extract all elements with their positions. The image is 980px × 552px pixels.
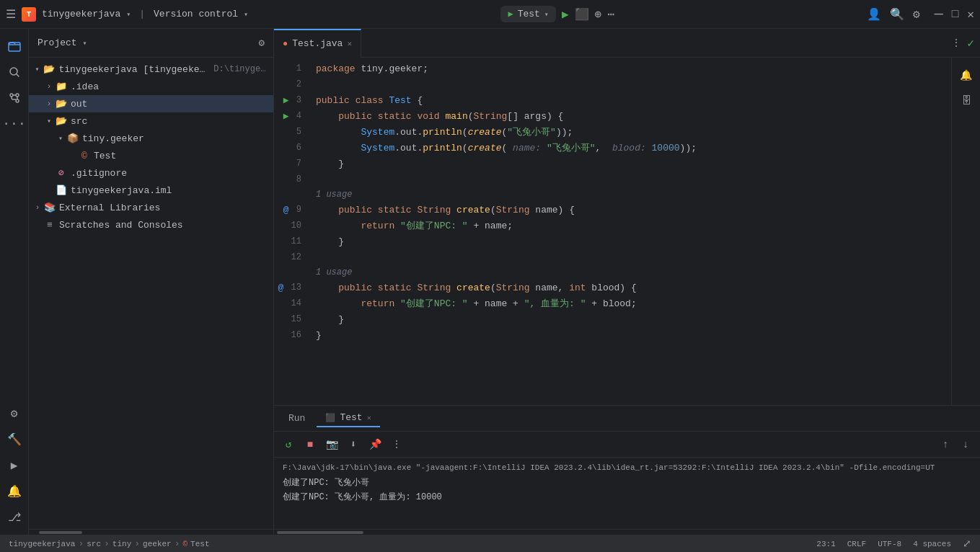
tree-item-idea[interactable]: › 📁 .idea <box>29 78 273 95</box>
bottom-scrollbar[interactable] <box>274 529 980 535</box>
sidebar-icon-git[interactable]: ⎇ <box>3 506 26 529</box>
tree-label-out: out <box>71 99 87 110</box>
menu-icon[interactable]: ☰ <box>6 7 16 22</box>
sidebar-icon-notifications[interactable]: 🔔 <box>3 480 26 503</box>
version-control-dropdown-icon[interactable]: ▾ <box>244 10 248 19</box>
indent[interactable]: 4 spaces <box>913 540 951 548</box>
pin-button[interactable]: 📌 <box>366 436 384 453</box>
encoding[interactable]: UTF-8 <box>878 540 901 548</box>
tree-item-external[interactable]: › 📚 External Libraries <box>29 199 273 216</box>
maximize-button[interactable]: □ <box>952 8 959 21</box>
scroll-to-end-button[interactable]: ⬇ <box>345 436 362 453</box>
tree-item-iml[interactable]: › 📄 tinygeekerjava.iml <box>29 182 273 199</box>
run-tab-label: Run <box>288 413 305 424</box>
right-icon-database[interactable]: 🗄 <box>955 89 978 112</box>
close-button[interactable]: ✕ <box>967 7 974 22</box>
coverage-button[interactable]: ⊕ <box>595 7 602 22</box>
cursor-position[interactable]: 23:1 <box>816 540 835 548</box>
more-run-options[interactable]: ⋯ <box>607 7 614 22</box>
breadcrumb-src[interactable]: src <box>87 540 101 548</box>
title-bar-center: ▶ Test ▾ ▶ ⬛ ⊕ ⋯ <box>254 6 861 22</box>
kw-package: package <box>316 63 356 74</box>
run-button[interactable]: ▶ <box>562 7 569 22</box>
run-config-dropdown-icon[interactable]: ▾ <box>544 10 549 19</box>
tree-item-test-class[interactable]: › © Test <box>29 147 273 164</box>
tree-item-root[interactable]: ▾ 📂 tinygeekerjava [tinygeekerjava] D:\t… <box>29 61 273 78</box>
settings-icon[interactable]: ⚙ <box>913 7 920 22</box>
code-line-10: return "创建了NPC: " + name; <box>310 218 951 233</box>
gitignore-icon: ⊘ <box>55 166 68 179</box>
breadcrumb-tiny[interactable]: tiny <box>112 540 131 548</box>
sidebar-icon-build[interactable]: 🔨 <box>3 428 26 451</box>
bottom-tab-test[interactable]: ⬛ Test ✕ <box>317 409 379 427</box>
expand-editor-icon[interactable]: ⤢ <box>963 538 971 550</box>
bottom-panel: Run ⬛ Test ✕ ↺ ■ 📷 ⬇ 📌 ⋮ ↑ ↓ <box>274 405 980 535</box>
test-tab-close[interactable]: ✕ <box>367 414 371 422</box>
main-layout: ··· ⚙ 🔨 ▶ 🔔 ⎇ Project ▾ ⚙ ▾ 📂 tinygeeker… <box>0 29 980 535</box>
tab-close-button[interactable]: ✕ <box>347 39 352 48</box>
right-icon-notifications[interactable]: 🔔 <box>955 63 978 86</box>
code-line-4: public static void main ( String [] args… <box>310 108 951 124</box>
status-bar: tinygeekerjava › src › tiny › geeker › ©… <box>0 535 980 552</box>
code-line-9: public static String create ( String nam… <box>310 202 951 218</box>
tree-arrow-external: › <box>32 204 43 212</box>
tree-item-src[interactable]: ▾ 📂 src <box>29 112 273 130</box>
test-tab-icon: ⬛ <box>325 413 335 422</box>
minimize-button[interactable]: — <box>935 6 943 22</box>
stop-button[interactable]: ■ <box>301 436 319 453</box>
bottom-toolbar: ↺ ■ 📷 ⬇ 📌 ⋮ ↑ ↓ <box>274 432 980 458</box>
line-num-14: 14 <box>291 295 301 311</box>
sidebar-title: Project <box>37 37 77 48</box>
breadcrumb-project[interactable]: tinygeekerjava <box>9 540 75 548</box>
sidebar-scrollbar[interactable] <box>29 529 273 535</box>
left-icons-bottom: ⚙ 🔨 ▶ 🔔 ⎇ <box>3 402 26 529</box>
project-dropdown-icon[interactable]: ▾ <box>126 10 131 19</box>
root-folder-icon: 📂 <box>43 63 56 76</box>
restart-button[interactable]: ↺ <box>280 436 297 453</box>
tab-checkmark-icon[interactable]: ✓ <box>967 36 974 50</box>
title-bar-right: 👤 🔍 ⚙ — □ ✕ <box>867 6 974 22</box>
tree-arrow-package: ▾ <box>55 134 66 143</box>
sidebar-icon-plugins[interactable]: ⚙ <box>3 402 26 425</box>
bottom-tab-bar: Run ⬛ Test ✕ <box>274 406 980 432</box>
svg-point-3 <box>16 99 19 102</box>
account-icon[interactable]: 👤 <box>867 7 881 22</box>
tree-item-out[interactable]: › 📂 out <box>29 95 273 112</box>
separator: | <box>139 9 145 19</box>
run-gutter-4[interactable]: ▶ <box>283 110 289 122</box>
svg-point-4 <box>16 94 19 97</box>
sidebar-actions: ⚙ <box>259 37 265 49</box>
run-gutter-3[interactable]: ▶ <box>283 94 289 106</box>
run-config[interactable]: ▶ Test ▾ <box>500 6 555 22</box>
sidebar-icon-find[interactable] <box>3 61 26 84</box>
screenshot-button[interactable]: 📷 <box>323 436 340 453</box>
tree-item-scratches[interactable]: › ≡ Scratches and Consoles <box>29 216 273 233</box>
sidebar-icon-run-widget[interactable]: ▶ <box>3 454 26 477</box>
line-ending[interactable]: CRLF <box>847 540 866 548</box>
scroll-up-button[interactable]: ↑ <box>937 436 954 453</box>
code-line-1: package tiny.geeker; <box>310 61 951 76</box>
version-control[interactable]: Version control <box>154 9 238 19</box>
tab-bar-right: ⋮ ✓ <box>951 36 980 50</box>
scroll-down-button[interactable]: ↓ <box>957 436 974 453</box>
bottom-tab-run[interactable]: Run <box>280 410 314 427</box>
breadcrumb-geeker[interactable]: geeker <box>143 540 172 548</box>
sidebar-icon-more[interactable]: ··· <box>3 112 26 135</box>
breadcrumb-test[interactable]: Test <box>190 540 209 548</box>
tab-settings-icon[interactable]: ⋮ <box>951 37 961 49</box>
search-icon[interactable]: 🔍 <box>890 7 904 22</box>
line-num-16: 16 <box>291 327 301 343</box>
sidebar-icon-folder[interactable] <box>3 35 26 58</box>
code-editor: 1 2 ▶ 3 ▶ 4 5 6 7 8 @ <box>274 58 951 405</box>
debug-button[interactable]: ⬛ <box>575 7 589 22</box>
tab-test-java[interactable]: ● Test.java ✕ <box>274 29 361 58</box>
sidebar-dropdown-icon[interactable]: ▾ <box>83 39 87 48</box>
tree-item-gitignore[interactable]: › ⊘ .gitignore <box>29 164 273 182</box>
sidebar-gear-icon[interactable]: ⚙ <box>259 37 265 49</box>
sidebar-icon-vcs[interactable] <box>3 86 26 110</box>
line-num-3: ▶ 3 <box>296 92 301 108</box>
more-tools-button[interactable]: ⋮ <box>388 436 405 453</box>
console-line-3: 创建了NPC: 飞兔小哥, 血量为: 10000 <box>283 489 971 504</box>
iml-icon: 📄 <box>55 184 68 197</box>
tree-item-package[interactable]: ▾ 📦 tiny.geeker <box>29 130 273 147</box>
